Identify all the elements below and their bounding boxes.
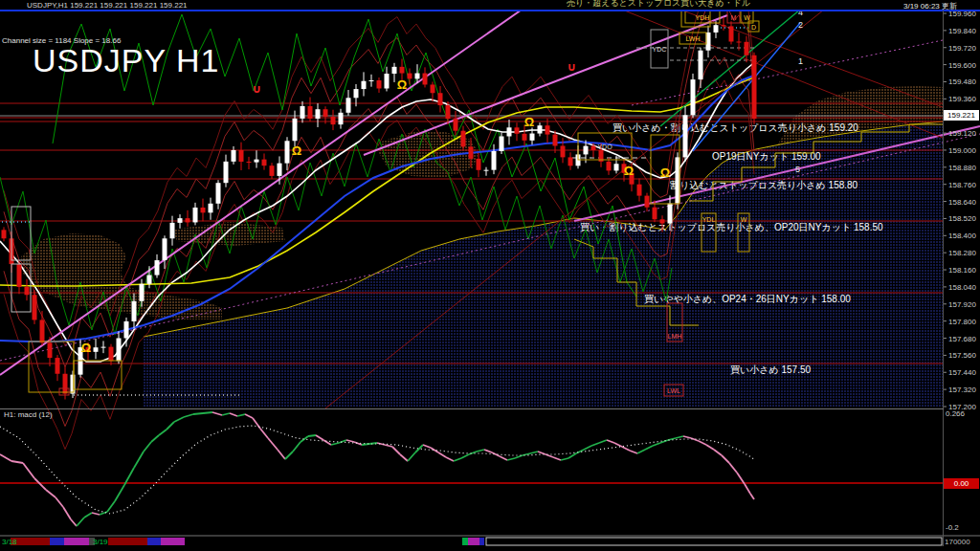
macd-line-segment <box>553 457 561 460</box>
macd-line-segment <box>285 452 293 459</box>
candle-bear <box>239 150 244 162</box>
candle-bear <box>729 26 734 41</box>
omega-marker: Ω <box>81 341 91 355</box>
macd-line-segment <box>576 450 584 453</box>
price-axis-label: 158.520 <box>948 214 976 223</box>
price-axis-label: 159.120 <box>948 129 976 138</box>
candle-bull <box>255 160 259 163</box>
candle-bear <box>323 109 328 117</box>
candle-bear <box>722 25 726 26</box>
macd-scale-top: 0.266 <box>946 409 965 418</box>
candle-bear <box>17 264 22 287</box>
candle-bull <box>500 137 504 151</box>
omega-marker: Ω <box>524 115 534 129</box>
price-axis-label: 158.400 <box>948 231 976 240</box>
candle-bear <box>469 146 474 159</box>
candle-bull <box>132 301 137 321</box>
candle-bull <box>155 260 160 275</box>
candle-bear <box>454 119 458 131</box>
candle-bear <box>737 41 742 42</box>
candle-bear <box>63 374 68 394</box>
macd-line-segment <box>676 436 683 438</box>
box-label: LWH <box>685 35 700 42</box>
candle-bull <box>224 162 229 183</box>
macd-line-segment <box>245 414 253 418</box>
macd-panel-separator[interactable] <box>0 408 944 409</box>
price-axis-label: 157.680 <box>948 335 976 343</box>
session-segment <box>50 538 64 545</box>
box-label: LMH <box>668 333 682 340</box>
candle-bear <box>523 134 527 141</box>
macd-line-segment <box>260 429 268 438</box>
candle-bull <box>285 141 290 163</box>
candle-bull <box>492 151 497 170</box>
level-annotation: 買い小さめ 157.50 <box>730 364 812 375</box>
candle-bull <box>362 81 367 89</box>
candle-bull <box>140 284 145 301</box>
macd-line-segment <box>392 447 400 454</box>
macd-line-segment <box>599 440 607 443</box>
price-chart-canvas[interactable]: 買い小さめ・割り込むとストップロス売り小さめ 159.20OP19日NYカット … <box>0 0 980 551</box>
date-label: 3/18 <box>2 538 17 546</box>
candle-bull <box>538 125 543 133</box>
macd-line-segment <box>645 446 653 450</box>
bottom-right-label: 170000 <box>945 538 970 546</box>
current-price-badge: 159.221 <box>944 110 979 121</box>
macd-line-segment <box>167 422 174 430</box>
candle-bear <box>48 342 53 358</box>
candle-bull <box>369 80 374 81</box>
macd-line-segment <box>0 454 11 461</box>
price-axis-label: 157.440 <box>948 368 976 377</box>
candle-bear <box>262 160 267 166</box>
candle-bear <box>745 42 749 55</box>
candle-bull <box>163 238 167 260</box>
candle-bear <box>56 358 60 374</box>
macd-scale-bottom: -0.2 <box>946 523 959 532</box>
macd-line-segment <box>714 450 722 455</box>
macd-line-segment <box>584 446 591 450</box>
candle-bear <box>653 208 657 220</box>
price-axis-label: 157.920 <box>948 300 976 309</box>
price-axis-label: 159.480 <box>948 77 976 86</box>
price-axis-label: 159.600 <box>948 61 976 70</box>
macd-line-segment <box>745 484 750 494</box>
wave-number-label: 1 <box>798 56 803 66</box>
macd-line-segment <box>331 443 339 445</box>
candle-bull <box>691 79 696 115</box>
macd-line-segment <box>591 443 599 446</box>
candle-bull <box>117 339 122 362</box>
macd-line-segment <box>423 445 431 448</box>
price-axis-label: 158.280 <box>948 249 976 257</box>
macd-line-segment <box>316 435 323 440</box>
candle-bear <box>431 84 435 93</box>
candle-bull <box>209 204 213 213</box>
header-divider <box>0 10 980 11</box>
level-annotation: 買い小さめ・割り込むとストップロス売り小さめ 159.20 <box>612 122 858 133</box>
candle-bear <box>645 196 650 208</box>
candle-bull <box>668 204 673 224</box>
macd-line-segment <box>144 442 151 452</box>
candle-bear <box>40 320 45 342</box>
mt4-chart-window: 買い小さめ・割り込むとストップロス売り小さめ 159.20OP19日NYカット … <box>0 0 980 551</box>
candle-bear <box>438 93 443 105</box>
macd-line-segment <box>568 453 576 458</box>
candle-bull <box>699 51 703 79</box>
candle-bear <box>660 219 665 223</box>
candle-bear <box>408 74 412 79</box>
macd-line-segment <box>500 456 507 460</box>
price-axis-label: 158.880 <box>948 164 976 172</box>
macd-line-segment <box>400 454 408 461</box>
candle-bull <box>101 347 106 348</box>
candle-bear <box>637 185 642 196</box>
macd-line-segment <box>385 445 392 447</box>
candle-bull <box>293 119 298 141</box>
session-progress-bar <box>486 538 942 545</box>
macd-line-segment <box>184 414 193 417</box>
box-label: D <box>751 24 756 31</box>
candle-bull <box>216 183 221 204</box>
candle-bear <box>109 347 114 362</box>
macd-line-segment <box>706 445 714 450</box>
candle-bull <box>484 170 489 171</box>
macd-line-segment <box>538 452 546 454</box>
macd-line-segment <box>729 463 737 473</box>
